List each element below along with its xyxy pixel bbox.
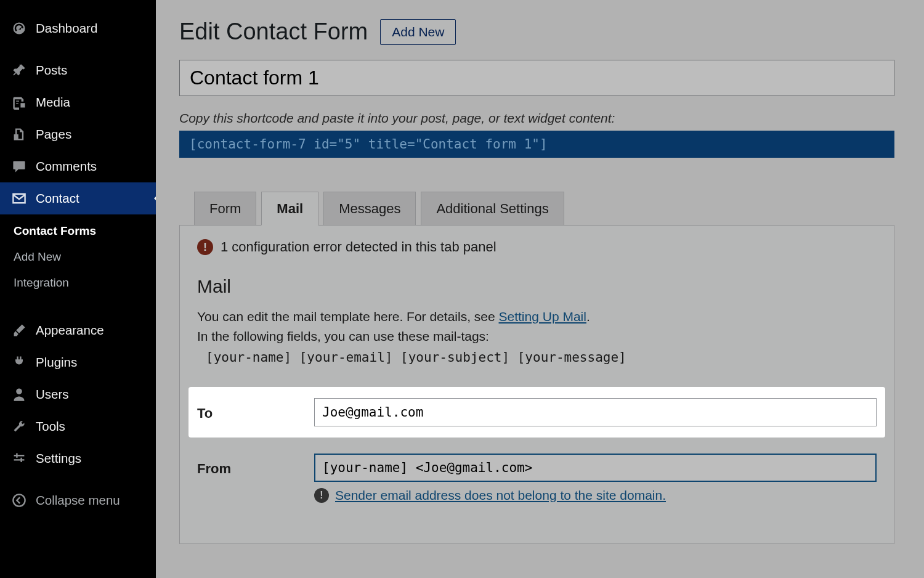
from-input[interactable] (314, 454, 877, 482)
sidebar-label: Settings (36, 451, 81, 466)
sidebar-label: Pages (36, 127, 71, 142)
panel-heading: Mail (197, 276, 877, 297)
sidebar-item-pages[interactable]: Pages (0, 118, 156, 150)
brush-icon (11, 322, 27, 338)
admin-sidebar: Dashboard Posts Media Pages Comments Con… (0, 0, 156, 578)
shortcode-field[interactable]: [contact-form-7 id="5" title="Contact fo… (179, 131, 894, 158)
sidebar-label: Posts (36, 63, 67, 78)
tab-mail[interactable]: Mail (261, 192, 318, 226)
sidebar-label: Dashboard (36, 21, 97, 36)
sidebar-collapse[interactable]: Collapse menu (0, 484, 156, 516)
from-label: From (197, 454, 314, 477)
help-line-1: You can edit the mail template here. For… (197, 309, 877, 324)
sidebar-label: Comments (36, 159, 97, 174)
comment-icon (11, 158, 27, 174)
add-new-button[interactable]: Add New (380, 19, 456, 45)
sidebar-label: Plugins (36, 355, 77, 370)
sidebar-item-plugins[interactable]: Plugins (0, 346, 156, 378)
submenu-add-new[interactable]: Add New (0, 244, 156, 270)
form-title-input[interactable] (179, 60, 894, 96)
media-icon (11, 94, 27, 110)
sidebar-item-users[interactable]: Users (0, 378, 156, 410)
plug-icon (11, 354, 27, 370)
pin-icon (11, 62, 27, 78)
sidebar-label: Media (36, 95, 70, 110)
config-error-banner: ! 1 configuration error detected in this… (197, 239, 877, 255)
tab-form[interactable]: Form (194, 192, 256, 226)
error-text: 1 configuration error detected in this t… (221, 239, 496, 255)
help-line-2: In the following fields, you can use the… (197, 329, 877, 344)
dashboard-icon (11, 20, 27, 36)
to-input[interactable] (314, 398, 877, 426)
warning-icon: ! (314, 488, 329, 503)
sliders-icon (11, 450, 27, 466)
mail-icon (11, 190, 27, 206)
sidebar-item-settings[interactable]: Settings (0, 442, 156, 474)
wrench-icon (11, 418, 27, 434)
sidebar-item-dashboard[interactable]: Dashboard (0, 12, 156, 44)
from-warning-link[interactable]: Sender email address does not belong to … (335, 488, 666, 503)
submenu-integration[interactable]: Integration (0, 270, 156, 296)
tab-messages[interactable]: Messages (323, 192, 416, 226)
to-row-highlight: To (188, 387, 885, 438)
sidebar-label: Collapse menu (36, 493, 120, 508)
sidebar-item-comments[interactable]: Comments (0, 150, 156, 182)
sidebar-label: Users (36, 387, 69, 402)
svg-point-0 (13, 494, 25, 506)
sidebar-item-appearance[interactable]: Appearance (0, 314, 156, 346)
mail-panel: ! 1 configuration error detected in this… (179, 225, 894, 544)
shortcode-hint: Copy this shortcode and paste it into yo… (179, 111, 894, 126)
sidebar-item-tools[interactable]: Tools (0, 410, 156, 442)
sidebar-item-media[interactable]: Media (0, 86, 156, 118)
collapse-icon (11, 492, 27, 508)
main-content: Edit Contact Form Add New Copy this shor… (156, 0, 924, 578)
user-icon (11, 386, 27, 402)
sidebar-label: Tools (36, 419, 65, 434)
tab-additional-settings[interactable]: Additional Settings (421, 192, 564, 226)
sidebar-label: Appearance (36, 323, 104, 338)
mail-tags: [your-name] [your-email] [your-subject] … (206, 350, 877, 365)
sidebar-submenu: Contact Forms Add New Integration (0, 214, 156, 304)
error-icon: ! (197, 239, 213, 255)
from-warning: ! Sender email address does not belong t… (314, 488, 877, 503)
pages-icon (11, 126, 27, 142)
to-label: To (197, 398, 314, 421)
sidebar-item-posts[interactable]: Posts (0, 54, 156, 86)
setting-up-mail-link[interactable]: Setting Up Mail (499, 309, 586, 324)
sidebar-label: Contact (36, 191, 79, 206)
page-title: Edit Contact Form (179, 18, 368, 45)
sidebar-item-contact[interactable]: Contact (0, 182, 156, 214)
tab-nav: Form Mail Messages Additional Settings (194, 191, 894, 225)
submenu-contact-forms[interactable]: Contact Forms (0, 218, 156, 244)
